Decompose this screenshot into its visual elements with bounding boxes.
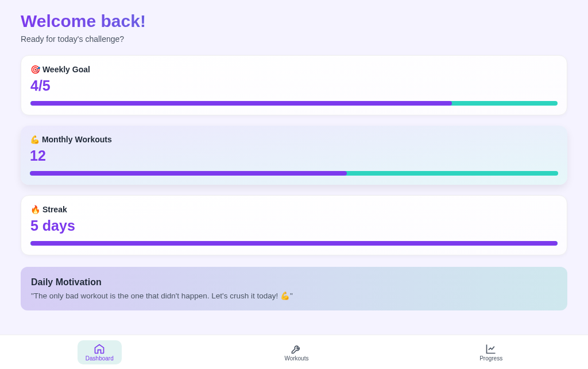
fire-icon: 🔥 — [30, 205, 40, 214]
nav-label: Dashboard — [86, 355, 114, 362]
stat-card-streak[interactable]: 🔥 Streak 5 days — [21, 195, 567, 255]
progress-bar — [30, 241, 558, 246]
home-icon — [94, 343, 105, 355]
stat-value: 4/5 — [30, 77, 558, 94]
progress-bar — [30, 101, 558, 106]
flex-arm-icon: 💪 — [30, 135, 40, 144]
welcome-subtitle: Ready for today's challenge? — [21, 34, 567, 44]
main-content: Welcome back! Ready for today's challeng… — [0, 0, 588, 335]
motivation-text: "The only bad workout is the one that di… — [31, 291, 557, 300]
nav-progress[interactable]: Progress — [471, 340, 510, 364]
stat-card-weekly-goal[interactable]: 🎯 Weekly Goal 4/5 — [21, 55, 567, 115]
progress-bar — [30, 171, 558, 176]
stats-container: 🎯 Weekly Goal 4/5 💪 Monthly Workouts 12 … — [21, 55, 567, 255]
nav-dashboard[interactable]: Dashboard — [78, 340, 122, 364]
nav-label: Progress — [479, 355, 502, 362]
stat-label: 💪 Monthly Workouts — [30, 135, 558, 144]
tools-icon — [291, 343, 302, 355]
target-icon: 🎯 — [30, 65, 40, 74]
stat-label: 🔥 Streak — [30, 205, 558, 214]
stat-value: 5 days — [30, 217, 558, 234]
motivation-title: Daily Motivation — [31, 277, 557, 288]
stat-label: 🎯 Weekly Goal — [30, 65, 558, 74]
progress-fill — [30, 241, 558, 246]
bottom-nav: Dashboard Workouts Progress — [0, 335, 588, 369]
chart-icon — [485, 343, 497, 355]
stat-card-monthly-workouts[interactable]: 💪 Monthly Workouts 12 — [21, 126, 567, 185]
progress-fill — [30, 101, 452, 106]
nav-label: Workouts — [284, 355, 308, 362]
motivation-card: Daily Motivation "The only bad workout i… — [21, 267, 567, 310]
progress-fill — [30, 171, 347, 176]
stat-label-text: Monthly Workouts — [42, 135, 112, 144]
stat-value: 12 — [30, 147, 558, 164]
welcome-title: Welcome back! — [21, 11, 567, 31]
nav-workouts[interactable]: Workouts — [276, 340, 316, 364]
stat-label-text: Weekly Goal — [42, 65, 90, 74]
stat-label-text: Streak — [42, 205, 67, 214]
